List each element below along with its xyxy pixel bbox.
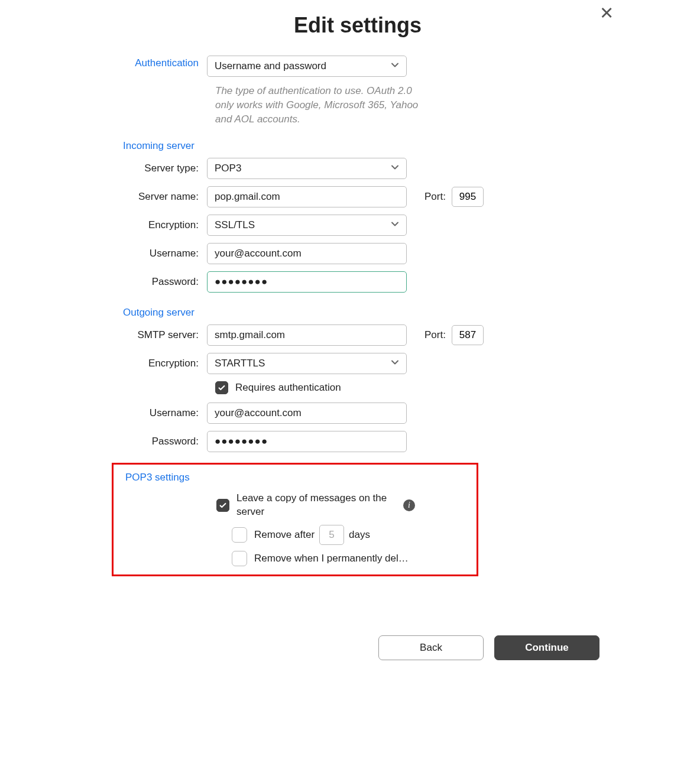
incoming-port-input[interactable] xyxy=(452,187,484,207)
outgoing-password-input[interactable] xyxy=(207,431,407,452)
pop3-settings-highlight: POP3 settings Leave a copy of messages o… xyxy=(112,463,478,576)
incoming-username-label: Username: xyxy=(115,248,207,259)
remove-after-suffix: days xyxy=(349,529,370,541)
incoming-password-label: Password: xyxy=(115,276,207,288)
remove-when-delete-checkbox[interactable] xyxy=(232,551,247,566)
authentication-helper-text: The type of authentication to use. OAuth… xyxy=(215,84,422,126)
server-type-select[interactable] xyxy=(207,158,407,179)
authentication-select[interactable] xyxy=(207,56,407,77)
incoming-server-name-input[interactable] xyxy=(207,186,407,207)
server-type-label: Server type: xyxy=(115,163,207,174)
page-title: Edit settings xyxy=(103,13,612,38)
remove-after-days-input[interactable] xyxy=(319,525,344,545)
server-name-label: Server name: xyxy=(115,191,207,203)
incoming-encryption-select[interactable] xyxy=(207,215,407,236)
back-button[interactable]: Back xyxy=(378,635,484,660)
close-icon[interactable]: ✕ xyxy=(599,5,614,22)
outgoing-server-heading: Outgoing server xyxy=(123,307,612,319)
authentication-label: Authentication xyxy=(115,57,207,69)
requires-auth-label: Requires authentication xyxy=(235,382,341,394)
outgoing-password-label: Password: xyxy=(115,436,207,447)
pop3-settings-heading: POP3 settings xyxy=(125,472,468,483)
outgoing-encryption-label: Encryption: xyxy=(115,358,207,369)
remove-after-checkbox[interactable] xyxy=(232,527,247,543)
remove-after-prefix: Remove after xyxy=(254,529,315,541)
incoming-username-input[interactable] xyxy=(207,243,407,264)
incoming-encryption-label: Encryption: xyxy=(115,219,207,231)
remove-when-delete-label: Remove when I permanently del… xyxy=(254,553,409,564)
outgoing-username-label: Username: xyxy=(115,407,207,419)
continue-button[interactable]: Continue xyxy=(494,635,599,660)
outgoing-encryption-select[interactable] xyxy=(207,353,407,374)
outgoing-port-label: Port: xyxy=(424,329,446,341)
leave-copy-label: Leave a copy of messages on the server xyxy=(236,492,390,519)
incoming-port-label: Port: xyxy=(424,191,446,203)
smtp-server-input[interactable] xyxy=(207,324,407,346)
info-icon[interactable]: i xyxy=(403,499,415,511)
incoming-password-input[interactable] xyxy=(207,271,407,293)
incoming-server-heading: Incoming server xyxy=(123,140,612,152)
outgoing-username-input[interactable] xyxy=(207,403,407,424)
outgoing-port-input[interactable] xyxy=(452,325,484,345)
smtp-server-label: SMTP server: xyxy=(115,329,207,341)
leave-copy-checkbox[interactable] xyxy=(216,499,229,512)
requires-auth-checkbox[interactable] xyxy=(215,381,228,394)
